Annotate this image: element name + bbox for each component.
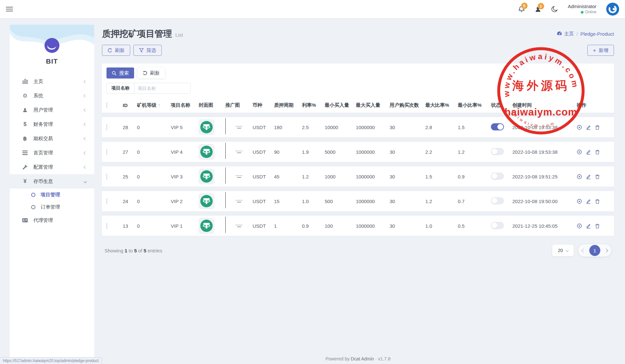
edit-icon[interactable]	[586, 174, 591, 179]
cell-coin: USDT	[253, 199, 274, 204]
delete-icon[interactable]	[595, 149, 600, 155]
cover-image[interactable]	[199, 193, 214, 209]
promo-image[interactable]	[225, 143, 253, 159]
chevron-left-icon	[84, 123, 87, 126]
view-icon[interactable]	[577, 174, 582, 179]
current-page-button[interactable]: 1	[589, 245, 600, 256]
powered-by-footer: Powered by Dcat Admin · v1.7.8	[102, 356, 614, 361]
header-miner-level[interactable]: 矿机等级↑	[137, 102, 171, 108]
promo-image[interactable]	[225, 167, 253, 184]
per-page-select[interactable]: 20	[552, 245, 574, 256]
gear-icon: ⚙	[21, 92, 29, 99]
cell-max-ratio: 1.2	[425, 199, 458, 204]
search-button[interactable]: 搜索	[106, 67, 134, 79]
view-icon[interactable]	[577, 223, 582, 229]
sidebar-subitem-project-mgmt[interactable]: 项目管理	[10, 188, 94, 201]
tether-icon	[200, 220, 213, 232]
cell-created: 2022-10-08 19:53:38	[512, 149, 577, 155]
cell-rate: 2.5	[302, 125, 325, 130]
delete-icon[interactable]	[595, 125, 600, 130]
status-toggle[interactable]	[491, 197, 504, 204]
cell-level: 0	[137, 174, 171, 179]
cover-image[interactable]	[199, 218, 214, 234]
cell-id: 28	[123, 125, 137, 130]
cell-min-ratio: 0.7	[458, 199, 491, 204]
sidebar-item-options-trading[interactable]: ฿ 期权交易	[10, 131, 94, 146]
row-checkbox[interactable]	[106, 198, 107, 204]
breadcrumb-home-link[interactable]: 主页	[557, 31, 574, 37]
page-title: 质押挖矿项目管理List	[102, 28, 183, 40]
sidebar-item-coin-interest[interactable]: ¥ 存币生息	[10, 174, 94, 188]
sidebar-item-homepage-mgmt[interactable]: 首页管理	[10, 146, 94, 160]
status-toggle[interactable]	[491, 148, 504, 155]
sidebar-item-users[interactable]: 用户管理	[10, 103, 94, 117]
cell-max-ratio: 2.8	[425, 125, 458, 130]
project-name-input[interactable]	[134, 83, 190, 93]
status-toggle[interactable]	[491, 222, 504, 229]
cell-buy-times: 30	[390, 149, 425, 155]
top-navbar: 5 1 Administrator Online	[0, 0, 625, 18]
sidebar-item-finance[interactable]: $ 财务管理	[10, 117, 94, 131]
sidebar-item-home[interactable]: 主页	[10, 74, 94, 89]
view-icon[interactable]	[577, 199, 582, 204]
edit-icon[interactable]	[586, 149, 591, 155]
edit-icon[interactable]	[586, 199, 591, 204]
version-label: v1.7.8	[378, 356, 390, 361]
header-id: ID	[123, 103, 137, 108]
edit-icon[interactable]	[586, 223, 591, 229]
refresh-icon	[107, 48, 112, 53]
promo-image[interactable]	[225, 217, 253, 233]
add-button[interactable]: + 新增	[587, 45, 614, 56]
row-checkbox[interactable]	[106, 149, 107, 155]
select-all-checkbox[interactable]	[106, 102, 107, 108]
dark-mode-toggle[interactable]	[551, 6, 558, 13]
user-avatar[interactable]	[606, 3, 619, 16]
prev-page-button[interactable]	[581, 249, 586, 253]
cell-min-buy: 100	[325, 223, 356, 229]
dcat-admin-link[interactable]: Dcat Admin	[351, 356, 374, 361]
sidebar-item-system[interactable]: ⚙ 系统	[10, 89, 94, 103]
pagination-pill: 1	[578, 244, 611, 257]
cell-name: VIP 3	[171, 174, 199, 179]
bell-badge: 5	[521, 3, 528, 9]
promo-image[interactable]	[225, 192, 253, 208]
promo-image[interactable]	[225, 118, 253, 134]
delete-icon[interactable]	[595, 199, 600, 204]
cover-image[interactable]	[199, 144, 214, 160]
table-row: 27 0 VIP 4 USDT 90 1.9 5000 1000000 30 2…	[102, 142, 614, 162]
row-checkbox[interactable]	[106, 223, 107, 229]
online-status-label: Online	[585, 10, 596, 15]
cover-image[interactable]	[199, 119, 214, 135]
header-rate: 利率%	[302, 102, 325, 108]
cover-image[interactable]	[199, 169, 214, 184]
sidebar-item-agent-mgmt[interactable]: 代理管理	[10, 213, 94, 227]
view-icon[interactable]	[577, 149, 582, 155]
header-status: 状态	[491, 102, 512, 108]
cell-max-ratio: 1.5	[425, 174, 458, 179]
row-checkbox[interactable]	[106, 124, 107, 130]
refresh-button[interactable]: 刷新	[102, 45, 130, 56]
sidebar-item-config[interactable]: 配置管理	[10, 160, 94, 174]
cell-min-buy: 10000	[325, 125, 356, 130]
delete-icon[interactable]	[595, 223, 600, 229]
hamburger-menu-icon[interactable]	[6, 6, 13, 12]
notifications-bell-icon[interactable]: 5	[518, 6, 525, 13]
view-icon[interactable]	[577, 125, 582, 130]
edit-icon[interactable]	[586, 125, 591, 130]
row-checkbox[interactable]	[106, 174, 107, 180]
table-card: 搜索 刷新 项目名称 ID 矿机等级↑ 项目名称 封面图 推广图	[102, 64, 614, 236]
funnel-icon	[139, 48, 144, 53]
delete-icon[interactable]	[595, 174, 600, 179]
users-notification[interactable]: 1	[535, 6, 541, 13]
filter-button[interactable]: 筛选	[133, 45, 162, 56]
cell-period: 1	[274, 223, 302, 229]
sidebar: BIT 主页 ⚙ 系统 用户管理 $ 财务管理 ฿ 期	[10, 25, 94, 364]
reload-button[interactable]: 刷新	[137, 67, 165, 79]
status-toggle[interactable]	[491, 173, 504, 180]
sidebar-subitem-order-mgmt[interactable]: 订单管理	[10, 201, 94, 213]
project-name-filter: 项目名称	[106, 83, 191, 94]
chart-bars-icon	[21, 79, 29, 84]
chevron-left-icon	[84, 137, 87, 140]
next-page-button[interactable]	[604, 249, 608, 253]
status-toggle[interactable]	[491, 123, 504, 130]
